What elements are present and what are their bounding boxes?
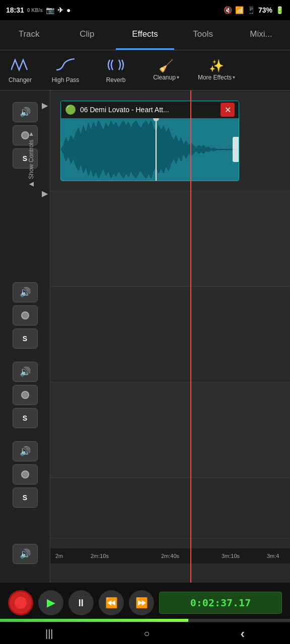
- rewind-icon: ⏪: [105, 597, 118, 609]
- speaker2-icon: 🔊: [20, 287, 31, 298]
- trim-handle[interactable]: [233, 137, 239, 162]
- cleanup-icon: 🧹: [159, 60, 174, 72]
- track3-controls: 🔊 S: [0, 355, 50, 435]
- track3-solo-btn[interactable]: S: [13, 408, 38, 428]
- track4-controls: 🔊 S: [0, 435, 50, 514]
- record-button[interactable]: [8, 590, 33, 615]
- timeline-ruler: 2m 2m:10s 2m:40s 3m:10s 3m:4: [50, 548, 290, 564]
- speaker3-icon: 🔊: [20, 366, 31, 377]
- track3-record-btn[interactable]: [13, 385, 38, 405]
- status-kb: 0 KB/s: [27, 8, 43, 13]
- tab-track[interactable]: Track: [0, 20, 58, 50]
- status-right: 🔇 📶 📱 73% 🔋: [224, 6, 284, 14]
- pause-icon: ⏸: [76, 597, 86, 609]
- track2-volume-btn[interactable]: 🔊: [13, 282, 38, 302]
- tab-tools[interactable]: Tools: [174, 20, 232, 50]
- lane-5: [50, 478, 290, 538]
- audio-clip[interactable]: 🟢 06 Demi Lovato - Heart Att... ✕: [60, 101, 239, 181]
- track2-solo-btn[interactable]: S: [13, 329, 38, 349]
- play-button[interactable]: ▶: [38, 590, 63, 615]
- changer-icon: [11, 57, 29, 74]
- record-btn-inner: [15, 597, 27, 609]
- fastforward-icon: ⏩: [135, 597, 148, 609]
- telegram-icon: ✈: [57, 6, 63, 14]
- speaker4-icon: 🔊: [20, 446, 31, 457]
- progress-bar-container: [0, 619, 290, 622]
- more-effects-icon: ✨: [209, 60, 224, 72]
- rewind-button[interactable]: ⏪: [99, 590, 124, 615]
- status-time: 18:31: [6, 6, 24, 14]
- ruler-3m10s: 3m:10s: [222, 553, 240, 559]
- battery-icon: 🔋: [275, 6, 284, 14]
- track-controls: ▶ 🔊 S ▶ Show Controls ▼ ▶ 🔊: [0, 91, 50, 594]
- mute-icon: 🔇: [224, 6, 232, 14]
- effects-toolbar: Changer High Pass Reverb 🧹 Cleanup ▾: [0, 50, 290, 91]
- track3-volume-btn[interactable]: 🔊: [13, 362, 38, 382]
- reverb-icon: [107, 57, 125, 74]
- progress-bar-fill: [0, 619, 188, 622]
- ruler-3m4x: 3m:4: [267, 553, 279, 559]
- track-timeline: 🟢 06 Demi Lovato - Heart Att... ✕: [50, 91, 290, 594]
- record3-icon: [21, 391, 29, 399]
- more-effects-dropdown-icon: ▾: [233, 74, 235, 80]
- effect-more[interactable]: ✨ More Effects ▾: [191, 50, 242, 90]
- dot-icon: ●: [66, 6, 70, 14]
- waveform-svg: // Generate waveform bars programmatical…: [61, 118, 239, 181]
- track4-solo-btn[interactable]: S: [13, 488, 38, 508]
- status-bar: 18:31 0 KB/s 📷 ✈ ● 🔇 📶 📱 73% 🔋: [0, 0, 290, 20]
- wifi-icon: 📶: [235, 6, 244, 14]
- transport-bar: ▶ ⏸ ⏪ ⏩ 0:02:37.17: [0, 583, 290, 623]
- track5-volume-btn[interactable]: 🔊: [13, 544, 38, 564]
- effect-cleanup[interactable]: 🧹 Cleanup ▾: [141, 50, 191, 90]
- clip-status-icon: 🟢: [65, 104, 76, 115]
- time-display: 0:02:37.17: [159, 592, 282, 614]
- lane-4: [50, 382, 290, 478]
- pause-button[interactable]: ⏸: [68, 590, 94, 615]
- track2-controls: 🔊 S: [0, 276, 50, 355]
- track4-record-btn[interactable]: [13, 464, 38, 485]
- collapse-top-arrow[interactable]: ▶: [42, 101, 48, 110]
- clip-close-btn[interactable]: ✕: [221, 103, 235, 117]
- ruler-2m: 2m: [55, 553, 63, 559]
- effect-changer[interactable]: Changer: [0, 50, 40, 90]
- signal-icon: 📱: [247, 6, 255, 14]
- status-left: 18:31 0 KB/s 📷 ✈ ●: [6, 6, 70, 14]
- fastforward-button[interactable]: ⏩: [129, 590, 154, 615]
- ruler-2m10s: 2m:10s: [91, 553, 109, 559]
- play-icon: ▶: [47, 596, 55, 609]
- nav-home-btn[interactable]: ○: [133, 624, 160, 643]
- track5-controls: 🔊: [0, 514, 50, 594]
- record4-icon: [21, 470, 29, 478]
- effect-reverb[interactable]: Reverb: [91, 50, 141, 90]
- tab-clip[interactable]: Clip: [58, 20, 116, 50]
- lane-2: [50, 191, 290, 287]
- battery-percent: 73%: [258, 6, 272, 14]
- track2-record-btn[interactable]: [13, 305, 38, 326]
- system-nav-bar: ||| ○ ‹: [0, 623, 290, 644]
- show-controls-label[interactable]: ▶ Show Controls ▼: [28, 131, 35, 188]
- track4-volume-btn[interactable]: 🔊: [13, 441, 38, 461]
- tab-bar: Track Clip Effects Tools Mixi...: [0, 20, 290, 50]
- speaker5-icon: 🔊: [20, 548, 31, 559]
- tab-effects[interactable]: Effects: [116, 20, 174, 50]
- record2-icon: [21, 311, 29, 319]
- cleanup-dropdown-icon: ▾: [177, 74, 179, 80]
- speaker1-icon: 🔊: [20, 107, 31, 118]
- main-area: ▶ 🔊 S ▶ Show Controls ▼ ▶ 🔊: [0, 91, 290, 594]
- lane-1: 🟢 06 Demi Lovato - Heart Att... ✕: [50, 91, 290, 191]
- effect-highpass[interactable]: High Pass: [40, 50, 91, 90]
- nav-menu-btn[interactable]: |||: [35, 624, 63, 643]
- waveform-container: // Generate waveform bars programmatical…: [61, 118, 239, 181]
- ruler-2m40s: 2m:40s: [161, 553, 179, 559]
- nav-back-btn[interactable]: ‹: [230, 622, 255, 645]
- notification-icon: 📷: [46, 6, 54, 14]
- collapse-mid-arrow[interactable]: ▶: [42, 189, 48, 198]
- tab-mixing[interactable]: Mixi...: [232, 20, 290, 50]
- lane-3: [50, 287, 290, 382]
- playhead-line: [190, 91, 191, 594]
- highpass-icon: [56, 57, 75, 74]
- track1-volume-btn[interactable]: 🔊: [13, 102, 38, 122]
- clip-header: 🟢 06 Demi Lovato - Heart Att... ✕: [61, 101, 239, 118]
- clip-title: 06 Demi Lovato - Heart Att...: [80, 106, 216, 114]
